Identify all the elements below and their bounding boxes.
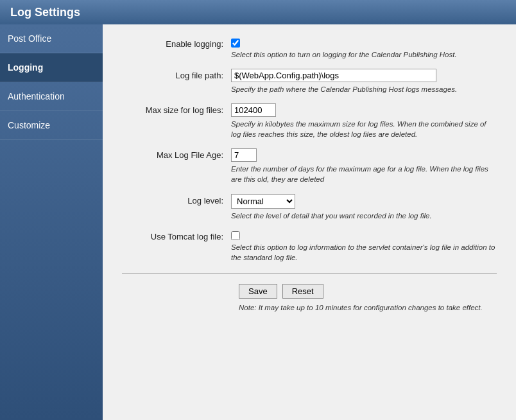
- divider: [122, 273, 497, 274]
- enable-logging-label: Enable logging:: [122, 37, 231, 49]
- use-tomcat-row: Use Tomcat log file: Select this option …: [122, 230, 497, 263]
- max-age-description: Enter the number of days for the maximum…: [231, 164, 497, 184]
- log-level-select[interactable]: Normal Verbose Diagnostic Off: [231, 194, 295, 209]
- max-size-row: Max size for log files: Specify in kilob…: [122, 103, 497, 139]
- max-age-field: Enter the number of days for the maximum…: [231, 148, 497, 184]
- enable-logging-field: Select this option to turn on logging fo…: [231, 37, 497, 60]
- log-file-path-field: Specify the path where the Calendar Publ…: [231, 69, 497, 94]
- sidebar-item-customize[interactable]: Customize: [0, 111, 103, 140]
- use-tomcat-description: Select this option to log information to…: [231, 242, 497, 263]
- page-title: Log Settings: [10, 6, 80, 19]
- log-level-label: Log level:: [122, 194, 231, 206]
- log-level-row: Log level: Normal Verbose Diagnostic Off…: [122, 194, 497, 221]
- enable-logging-checkbox[interactable]: [231, 39, 240, 48]
- max-size-input[interactable]: [231, 103, 276, 117]
- use-tomcat-checkbox[interactable]: [231, 231, 240, 240]
- log-level-field: Normal Verbose Diagnostic Off Select the…: [231, 194, 497, 221]
- max-size-field: Specify in kilobytes the maximum size fo…: [231, 103, 497, 139]
- max-age-label: Max Log File Age:: [122, 148, 231, 160]
- sidebar-item-logging[interactable]: Logging: [0, 53, 103, 82]
- sidebar-item-authentication[interactable]: Authentication: [0, 82, 103, 111]
- log-file-path-row: Log file path: Specify the path where th…: [122, 69, 497, 94]
- content-area: Enable logging: Select this option to tu…: [103, 24, 516, 420]
- use-tomcat-label: Use Tomcat log file:: [122, 230, 231, 241]
- use-tomcat-field: Select this option to log information to…: [231, 230, 497, 263]
- max-age-row: Max Log File Age: Enter the number of da…: [122, 148, 497, 184]
- sidebar: Post Office Logging Authentication Custo…: [0, 24, 103, 420]
- enable-logging-description: Select this option to turn on logging fo…: [231, 49, 497, 60]
- reset-button[interactable]: Reset: [282, 284, 323, 299]
- log-level-description: Select the level of detail that you want…: [231, 211, 497, 221]
- log-file-path-label: Log file path:: [122, 69, 231, 80]
- button-row: Save Reset: [122, 284, 497, 299]
- max-age-input[interactable]: [231, 148, 257, 162]
- enable-logging-row: Enable logging: Select this option to tu…: [122, 37, 497, 60]
- max-size-label: Max size for log files:: [122, 103, 231, 115]
- sidebar-item-post-office[interactable]: Post Office: [0, 24, 103, 53]
- max-size-description: Specify in kilobytes the maximum size fo…: [231, 119, 497, 139]
- main-layout: Post Office Logging Authentication Custo…: [0, 24, 516, 420]
- bottom-note: Note: It may take up to 10 minutes for c…: [122, 304, 497, 311]
- log-file-path-description: Specify the path where the Calendar Publ…: [231, 84, 497, 94]
- app-container: Log Settings Post Office Logging Authent…: [0, 0, 516, 420]
- save-button[interactable]: Save: [239, 284, 277, 299]
- log-file-path-input[interactable]: [231, 69, 436, 82]
- page-header: Log Settings: [0, 0, 516, 24]
